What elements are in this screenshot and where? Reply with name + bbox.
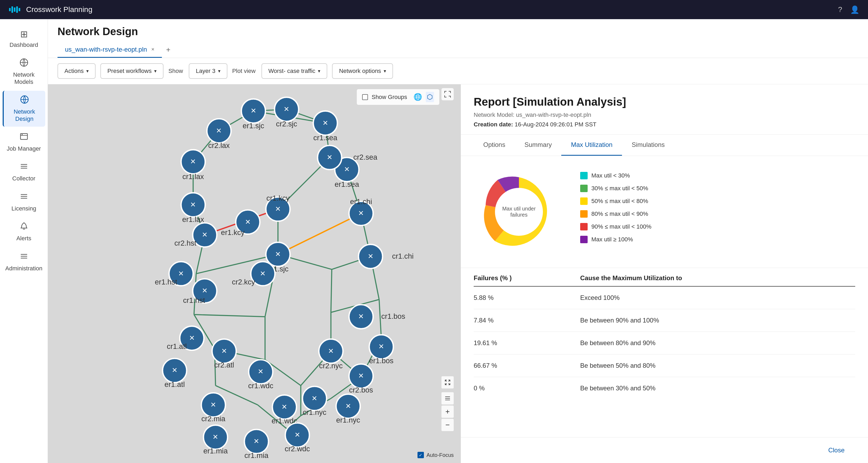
table-row: 0 % Be between 30% and 50%	[474, 377, 855, 399]
layer-button[interactable]: Layer 3 ▾	[189, 63, 227, 79]
cause-value-0: Exceed 100%	[580, 294, 855, 301]
svg-text:cr2.nyc: cr2.nyc	[319, 362, 343, 370]
failures-value-3: 66.67 %	[474, 362, 580, 369]
tab-options[interactable]: Options	[474, 135, 515, 156]
legend-item-0: Max util < 30%	[580, 172, 651, 179]
sidebar-item-job-manager[interactable]: Job Manager	[3, 128, 45, 157]
svg-text:✕: ✕	[284, 105, 289, 113]
list-view-button[interactable]	[441, 392, 454, 404]
svg-text:cr2.hst: cr2.hst	[175, 239, 196, 247]
network-models-icon	[20, 58, 29, 69]
svg-text:✕: ✕	[294, 431, 300, 438]
network-design-icon	[20, 95, 29, 106]
sidebar: ⊞ Dashboard Network Models Network Desig…	[0, 19, 48, 463]
svg-text:cr1.kcy: cr1.kcy	[266, 194, 289, 202]
svg-text:✕: ✕	[245, 218, 251, 226]
svg-line-52	[331, 269, 332, 312]
svg-text:✕: ✕	[210, 401, 216, 408]
legend-item-3: 80% ≤ max util < 90%	[580, 210, 651, 218]
app-logo: Crosswork Planning	[8, 5, 92, 14]
dashboard-icon: ⊞	[20, 29, 28, 39]
show-label: Show	[168, 68, 183, 74]
cause-value-4: Be between 30% and 50%	[580, 385, 855, 392]
legend-label-1: 30% ≤ max util < 50%	[591, 185, 648, 192]
svg-text:✕: ✕	[344, 166, 350, 173]
legend-color-1	[580, 185, 588, 192]
svg-text:✕: ✕	[275, 205, 281, 212]
failures-value-4: 0 %	[474, 385, 580, 392]
legend-label-5: Max util ≥ 100%	[591, 236, 633, 243]
report-header: Report [Simulation Analysis] Network Mod…	[461, 85, 868, 135]
page-header: Network Design us_wan-with-rsvp-te-eopt.…	[48, 19, 868, 58]
svg-text:cr2.atl: cr2.atl	[214, 361, 234, 369]
auto-focus-checkbox[interactable]: ✓	[417, 452, 424, 458]
svg-text:er1.sea: er1.sea	[335, 180, 359, 188]
svg-text:✕: ✕	[190, 158, 196, 165]
licensing-icon	[20, 192, 29, 203]
help-icon[interactable]: ?	[838, 5, 842, 14]
zoom-out-button[interactable]: −	[441, 419, 454, 431]
svg-text:er1.mia: er1.mia	[204, 447, 228, 455]
svg-text:cr2.sea: cr2.sea	[353, 153, 377, 161]
worst-chevron-icon: ▾	[318, 68, 320, 74]
report-creation: Creation date: 16-Aug-2024 09:26:01 PM S…	[474, 121, 855, 128]
svg-text:cr1.atl: cr1.atl	[167, 342, 187, 351]
svg-text:✕: ✕	[275, 251, 281, 258]
sidebar-item-network-models[interactable]: Network Models	[3, 54, 45, 90]
svg-text:cr1.mia: cr1.mia	[244, 451, 269, 460]
svg-text:cr1.hst: cr1.hst	[183, 296, 205, 304]
sidebar-item-collector[interactable]: Collector	[3, 158, 45, 186]
sidebar-item-alerts[interactable]: Alerts	[3, 218, 45, 246]
sidebar-label-administration: Administration	[5, 265, 42, 272]
svg-line-63	[278, 213, 361, 254]
legend-color-4	[580, 223, 588, 230]
svg-text:✕: ✕	[221, 347, 227, 355]
svg-text:✕: ✕	[322, 119, 328, 127]
user-icon[interactable]: 👤	[850, 5, 860, 14]
svg-text:cr2.kcy: cr2.kcy	[232, 278, 255, 286]
sidebar-label-licensing: Licensing	[11, 205, 36, 212]
failures-value-0: 5.88 %	[474, 294, 580, 301]
col-header-failures: Failures (% )	[474, 274, 580, 282]
tab-simulations[interactable]: Simulations	[622, 135, 674, 156]
actions-button[interactable]: Actions ▾	[58, 63, 96, 79]
svg-line-57	[194, 315, 265, 317]
tab-max-utilization[interactable]: Max Utilization	[561, 135, 622, 156]
tab-summary[interactable]: Summary	[515, 135, 561, 156]
add-tab-button[interactable]: +	[162, 42, 175, 58]
zoom-in-button[interactable]: +	[441, 405, 454, 418]
cause-value-3: Be between 50% and 80%	[580, 362, 855, 369]
sidebar-item-dashboard[interactable]: ⊞ Dashboard	[3, 25, 45, 53]
failures-value-1: 7.84 %	[474, 317, 580, 324]
svg-text:er1.hst: er1.hst	[155, 278, 177, 286]
donut-chart: Max util under failures	[474, 167, 564, 257]
svg-rect-4	[19, 8, 20, 11]
svg-line-41	[379, 300, 381, 338]
sidebar-item-network-design[interactable]: Network Design	[3, 91, 45, 127]
worst-case-button[interactable]: Worst- case traffic ▾	[261, 63, 327, 79]
svg-text:✕: ✕	[345, 402, 351, 410]
preset-workflows-button[interactable]: Preset workflows ▾	[100, 63, 163, 79]
auto-focus-label: Auto-Focus	[427, 452, 454, 458]
sidebar-item-licensing[interactable]: Licensing	[3, 188, 45, 216]
svg-text:er1.chi: er1.chi	[350, 197, 372, 206]
svg-text:cr2.wdc: cr2.wdc	[285, 444, 310, 453]
expand-button[interactable]	[441, 376, 454, 389]
svg-text:✕: ✕	[178, 270, 184, 277]
svg-text:✕: ✕	[213, 433, 218, 441]
sidebar-item-administration[interactable]: Administration	[3, 247, 45, 276]
close-button[interactable]: Close	[818, 443, 855, 458]
network-map[interactable]: Show Groups 🌐 ⬡	[48, 85, 461, 463]
svg-text:✕: ✕	[368, 253, 374, 260]
svg-text:✕: ✕	[172, 366, 178, 374]
tab-close-icon[interactable]: ×	[151, 46, 154, 53]
topbar: Crosswork Planning ? 👤	[0, 0, 868, 19]
network-options-button[interactable]: Network options ▾	[332, 63, 393, 79]
report-panel: Report [Simulation Analysis] Network Mod…	[461, 85, 868, 463]
svg-rect-0	[9, 8, 11, 11]
svg-text:cr1.bos: cr1.bos	[381, 312, 405, 320]
svg-text:cr2.sjc: cr2.sjc	[276, 120, 298, 128]
svg-text:er1.kcy: er1.kcy	[221, 228, 245, 237]
svg-text:✕: ✕	[281, 403, 287, 410]
file-tab[interactable]: us_wan-with-rsvp-te-eopt.pln ×	[58, 42, 162, 58]
